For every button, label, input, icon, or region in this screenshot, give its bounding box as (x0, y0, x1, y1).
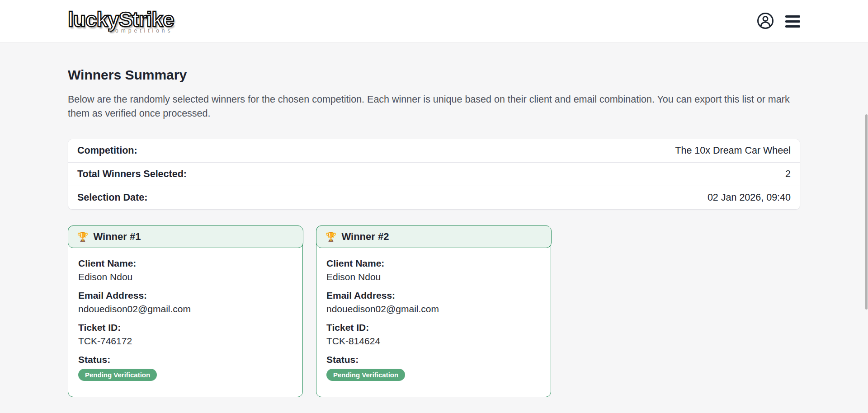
ticket-id-value: TCK-746172 (78, 336, 292, 347)
selection-date-label: Selection Date: (77, 192, 147, 203)
winner-card-2: 🏆 Winner #2 Client Name: Edison Ndou Ema… (316, 225, 551, 397)
status-badge: Pending Verification (326, 369, 405, 381)
client-name-label: Client Name: (326, 258, 541, 269)
selection-date-value: 02 Jan 2026, 09:40 (708, 192, 791, 203)
main-content: Winners Summary Below are the randomly s… (68, 67, 800, 413)
email-label: Email Address: (78, 290, 292, 301)
table-row-total-winners: Total Winners Selected: 2 (68, 163, 800, 186)
table-row-selection-date: Selection Date: 02 Jan 2026, 09:40 (68, 186, 800, 209)
winner-card-1-header: 🏆 Winner #1 (68, 225, 303, 248)
ticket-id-label: Ticket ID: (78, 322, 292, 333)
vertical-scrollbar-thumb[interactable] (865, 114, 868, 310)
page-description: Below are the randomly selected winners … (68, 93, 800, 121)
trophy-icon: 🏆 (77, 232, 89, 241)
ticket-id-label: Ticket ID: (326, 322, 541, 333)
site-logo[interactable]: luckyStrike Competitions (68, 9, 174, 33)
total-winners-value: 2 (785, 169, 791, 180)
status-label: Status: (326, 354, 541, 365)
table-row-competition: Competition: The 10x Dream Car Wheel (68, 139, 800, 163)
winner-2-title: Winner #2 (341, 231, 389, 243)
status-label: Status: (78, 354, 292, 365)
client-name-value: Edison Ndou (78, 272, 292, 282)
hamburger-menu-icon (785, 15, 800, 18)
page-title: Winners Summary (68, 67, 800, 83)
hamburger-menu-button[interactable] (785, 15, 800, 28)
status-badge: Pending Verification (78, 369, 157, 381)
account-button[interactable] (756, 12, 774, 31)
trophy-icon: 🏆 (326, 232, 337, 241)
total-winners-label: Total Winners Selected: (77, 169, 187, 180)
email-value: ndouedison02@gmail.com (78, 304, 292, 314)
competition-label: Competition: (77, 145, 137, 156)
winners-list: 🏆 Winner #1 Client Name: Edison Ndou Ema… (68, 225, 800, 397)
email-value: ndouedison02@gmail.com (326, 304, 541, 314)
winner-card-1: 🏆 Winner #1 Client Name: Edison Ndou Ema… (68, 225, 303, 397)
winner-1-title: Winner #1 (93, 231, 141, 243)
winner-card-2-header: 🏆 Winner #2 (316, 225, 552, 248)
top-navigation-bar: luckyStrike Competitions (0, 0, 868, 43)
competition-summary-table: Competition: The 10x Dream Car Wheel Tot… (68, 139, 800, 210)
client-name-label: Client Name: (78, 258, 292, 269)
client-name-value: Edison Ndou (326, 272, 541, 282)
ticket-id-value: TCK-814624 (326, 336, 541, 347)
logo-main-text: luckyStrike (68, 9, 174, 30)
competition-value: The 10x Dream Car Wheel (675, 145, 791, 156)
email-label: Email Address: (326, 290, 541, 301)
account-icon (756, 12, 774, 31)
